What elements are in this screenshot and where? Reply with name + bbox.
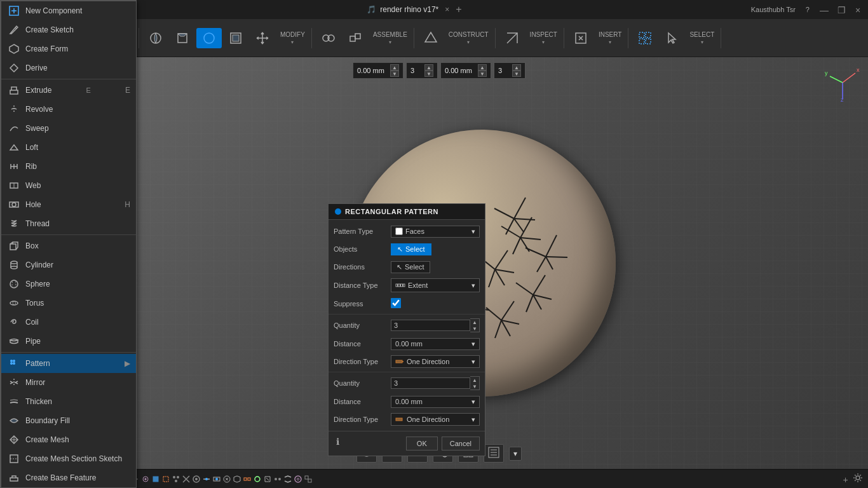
dim-x-down[interactable]: ▼ bbox=[390, 71, 399, 77]
menu-derive[interactable]: Derive bbox=[1, 58, 137, 78]
minimize-btn[interactable]: — bbox=[820, 6, 827, 13]
view-btn-7[interactable]: ▾ bbox=[509, 447, 522, 461]
toolbar-move[interactable] bbox=[250, 28, 275, 48]
toolbar-modify4[interactable] bbox=[223, 28, 248, 48]
mirror-icon bbox=[8, 376, 20, 389]
menu-sweep[interactable]: Sweep bbox=[1, 119, 137, 138]
menu-torus[interactable]: Torus bbox=[1, 294, 137, 313]
maximize-btn[interactable]: ❐ bbox=[837, 6, 845, 13]
toolbar-select-dropdown[interactable]: SELECT ▾ bbox=[686, 29, 718, 48]
dim-y-arrows[interactable]: ▲ ▼ bbox=[424, 64, 433, 77]
menu-new-component[interactable]: New Component bbox=[1, 1, 137, 20]
suppress-checkbox[interactable] bbox=[391, 298, 401, 308]
titlebar-right: Kausthubh Tsr ? — ❐ × bbox=[751, 6, 863, 13]
dim-z-up[interactable]: ▲ bbox=[478, 64, 487, 71]
toolbar-modify1[interactable] bbox=[143, 28, 168, 48]
toolbar-modify2[interactable] bbox=[170, 28, 195, 48]
menu-rib[interactable]: Rib bbox=[1, 157, 137, 176]
dim-z-arrows[interactable]: ▲ ▼ bbox=[478, 64, 487, 77]
dim-input-x[interactable]: 0.00 mm ▲ ▼ bbox=[353, 62, 403, 79]
box-icon bbox=[8, 240, 20, 252]
toolbar-inspect-dropdown[interactable]: INSPECT ▾ bbox=[526, 29, 561, 48]
dim-y-down[interactable]: ▼ bbox=[424, 71, 433, 77]
menu-pipe[interactable]: Pipe bbox=[1, 332, 137, 351]
toolbar-insert-dropdown[interactable]: INSERT ▾ bbox=[595, 29, 626, 48]
info-icon[interactable]: ℹ bbox=[334, 437, 342, 451]
quantity1-input[interactable] bbox=[391, 320, 470, 331]
menu-create-form[interactable]: Create Form bbox=[1, 39, 137, 58]
new-tab-btn[interactable]: + bbox=[456, 4, 461, 15]
menu-web[interactable]: Web bbox=[1, 176, 137, 195]
toolbar-select-cursor[interactable] bbox=[659, 28, 684, 48]
quantity2-up[interactable]: ▲ bbox=[470, 377, 479, 383]
menu-thicken[interactable]: Thicken bbox=[1, 392, 137, 411]
dim-x-arrows[interactable]: ▲ ▼ bbox=[390, 64, 399, 77]
close-btn[interactable]: × bbox=[855, 6, 863, 13]
toolbar-inspect1[interactable] bbox=[499, 28, 525, 48]
menu-box[interactable]: Box bbox=[1, 236, 137, 255]
menu-new-component-label: New Component bbox=[25, 6, 82, 15]
dim-w-value: 3 bbox=[498, 67, 502, 74]
menu-sep-2 bbox=[1, 234, 137, 235]
menu-thread[interactable]: Thread bbox=[1, 214, 137, 233]
menu-loft[interactable]: Loft bbox=[1, 138, 137, 157]
quantity2-label: Quantity bbox=[334, 379, 391, 387]
toolbar-construct-dropdown[interactable]: CONSTRUCT ▾ bbox=[445, 29, 492, 48]
direction-type2-dropdown[interactable]: One Direction ▾ bbox=[391, 413, 480, 426]
toolbar-assemble1[interactable] bbox=[316, 28, 341, 48]
menu-coil[interactable]: Coil bbox=[1, 313, 137, 332]
menu-cylinder[interactable]: Cylinder bbox=[1, 255, 137, 274]
dim-x-up[interactable]: ▲ bbox=[390, 64, 399, 71]
svg-point-116 bbox=[10, 360, 13, 362]
quantity1-up[interactable]: ▲ bbox=[470, 319, 479, 325]
menu-hole[interactable]: Hole H bbox=[1, 195, 137, 214]
distance2-dropdown[interactable]: 0.00 mm ▾ bbox=[391, 396, 480, 408]
distance-type-dropdown[interactable]: Extent ▾ bbox=[391, 278, 480, 292]
menu-extrude[interactable]: Extrude E E bbox=[1, 81, 137, 100]
menu-mirror[interactable]: Mirror bbox=[1, 373, 137, 392]
cancel-button[interactable]: Cancel bbox=[442, 437, 480, 451]
menu-boundary-fill[interactable]: Boundary Fill bbox=[1, 411, 137, 430]
dim-y-up[interactable]: ▲ bbox=[424, 64, 433, 71]
toolbar-select1[interactable] bbox=[632, 28, 658, 48]
menu-sphere[interactable]: Sphere bbox=[1, 274, 137, 294]
pattern-type-dropdown[interactable]: Faces ▾ bbox=[391, 226, 480, 238]
tab-close-btn[interactable]: × bbox=[445, 5, 449, 14]
toolbar-assemble2[interactable] bbox=[342, 28, 368, 48]
ok-button[interactable]: OK bbox=[406, 437, 438, 451]
quantity2-input[interactable] bbox=[391, 377, 470, 389]
toolbar-assemble-dropdown[interactable]: ASSEMBLE ▾ bbox=[369, 29, 411, 48]
menu-create-mesh[interactable]: Create Mesh bbox=[1, 430, 137, 449]
toolbar-modify-dropdown[interactable]: MODIFY ▾ bbox=[276, 29, 309, 48]
menu-base-feature[interactable]: Create Base Feature bbox=[1, 468, 137, 487]
directions-select-btn[interactable]: ↖ Select bbox=[391, 261, 430, 273]
dim-z-down[interactable]: ▼ bbox=[478, 71, 487, 77]
menu-pattern[interactable]: Pattern ▶ bbox=[1, 354, 137, 373]
toolbar-insert1[interactable] bbox=[568, 28, 593, 48]
quantity2-down[interactable]: ▼ bbox=[470, 383, 479, 390]
quantity1-down[interactable]: ▼ bbox=[470, 325, 479, 332]
view-btn-6[interactable] bbox=[484, 444, 504, 463]
dim-input-w[interactable]: 3 ▲ ▼ bbox=[494, 62, 526, 79]
faces-checkbox[interactable] bbox=[395, 227, 403, 235]
toolbar-construct1[interactable] bbox=[418, 28, 444, 48]
svg-line-71 bbox=[526, 248, 546, 257]
dim-w-down[interactable]: ▼ bbox=[512, 71, 521, 77]
toolbar-modify3[interactable] bbox=[196, 28, 222, 48]
menu-create-sketch[interactable]: Create Sketch bbox=[1, 20, 137, 39]
canvas-area[interactable]: 0.00 mm ▲ ▼ 3 ▲ ▼ 0.00 mm ▲ bbox=[10, 57, 868, 469]
dim-input-z[interactable]: 0.00 mm ▲ ▼ bbox=[440, 62, 491, 79]
settings-icon[interactable] bbox=[853, 473, 863, 483]
menu-revolve[interactable]: Revolve bbox=[1, 100, 137, 119]
dim-input-y[interactable]: 3 ▲ ▼ bbox=[406, 62, 438, 79]
menu-mesh-section[interactable]: Create Mesh Section Sketch bbox=[1, 449, 137, 468]
objects-select-btn[interactable]: ↖ Select bbox=[391, 243, 431, 255]
dim-w-arrows[interactable]: ▲ ▼ bbox=[512, 64, 521, 77]
menu-loft-label: Loft bbox=[25, 143, 38, 152]
distance1-dropdown[interactable]: 0.00 mm ▾ bbox=[391, 338, 480, 350]
add-marker-btn[interactable]: + bbox=[843, 475, 848, 485]
dim-w-up[interactable]: ▲ bbox=[512, 64, 521, 71]
svg-rect-136 bbox=[163, 477, 168, 482]
help-btn[interactable]: ? bbox=[806, 6, 810, 13]
direction-type1-dropdown[interactable]: One Direction ▾ bbox=[391, 355, 480, 368]
